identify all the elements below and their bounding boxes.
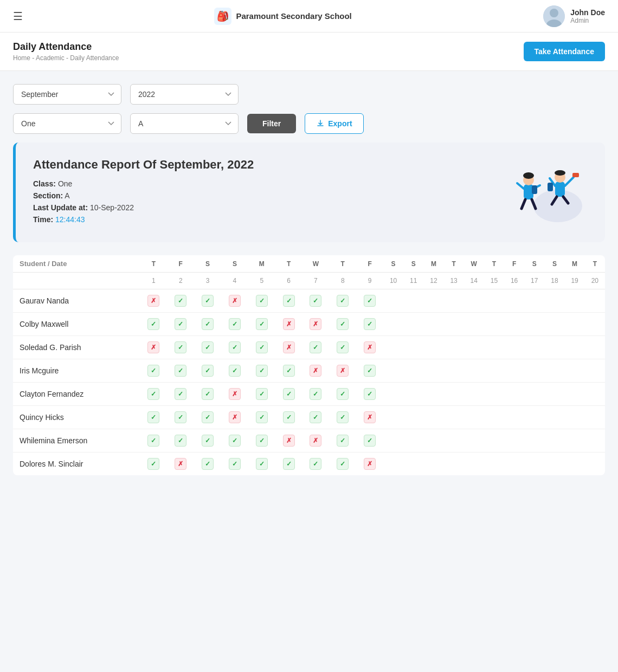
attendance-cell: ✓ bbox=[140, 453, 168, 476]
attendance-cell bbox=[383, 289, 403, 313]
date-header-2: 3 bbox=[194, 273, 221, 289]
class-select[interactable]: One TwoThreeFourFive bbox=[13, 113, 121, 134]
filter-row-1: September JanuaryFebruaryMarch AprilMayJ… bbox=[13, 84, 605, 105]
attendance-cell bbox=[403, 336, 423, 359]
present-badge: ✓ bbox=[337, 295, 349, 307]
present-badge: ✓ bbox=[283, 411, 295, 423]
header-date-row: 1234567891011121314151617181920 bbox=[13, 273, 605, 289]
present-badge: ✓ bbox=[175, 435, 186, 447]
attendance-cell bbox=[444, 359, 464, 383]
svg-point-20 bbox=[555, 170, 565, 176]
attendance-cell: ✓ bbox=[329, 289, 356, 313]
attendance-cell bbox=[585, 406, 605, 429]
present-badge: ✓ bbox=[337, 318, 349, 330]
attendance-cell bbox=[504, 453, 524, 476]
attendance-cell bbox=[423, 313, 443, 336]
day-header-0: T bbox=[140, 255, 168, 273]
attendance-cell: ✓ bbox=[329, 429, 356, 453]
date-header-14: 15 bbox=[484, 273, 504, 289]
day-header-19: T bbox=[585, 255, 605, 273]
attendance-cell bbox=[565, 336, 585, 359]
student-name-2: Soledad G. Parish bbox=[13, 336, 140, 359]
attendance-cell bbox=[585, 359, 605, 383]
attendance-cell bbox=[565, 453, 585, 476]
attendance-cell bbox=[544, 359, 564, 383]
user-role: Admin bbox=[570, 17, 605, 24]
school-icon: 🎒 bbox=[214, 8, 231, 25]
year-select[interactable]: 2022 202020212023 bbox=[130, 84, 239, 105]
present-badge: ✓ bbox=[364, 388, 376, 400]
attendance-cell: ✓ bbox=[194, 313, 221, 336]
filter-button[interactable]: Filter bbox=[247, 114, 296, 133]
present-badge: ✓ bbox=[364, 365, 376, 377]
absent-badge: ✗ bbox=[147, 295, 159, 307]
attendance-cell bbox=[383, 313, 403, 336]
attendance-cell bbox=[565, 406, 585, 429]
date-header-1: 2 bbox=[167, 273, 194, 289]
attendance-cell: ✓ bbox=[140, 359, 168, 383]
attendance-cell bbox=[444, 313, 464, 336]
attendance-cell bbox=[423, 429, 443, 453]
attendance-cell: ✓ bbox=[275, 406, 302, 429]
attendance-cell bbox=[585, 289, 605, 313]
export-button[interactable]: Export bbox=[305, 113, 363, 134]
attendance-cell: ✓ bbox=[275, 359, 302, 383]
attendance-cell bbox=[484, 313, 504, 336]
report-info: Attendance Report Of September, 2022 Cla… bbox=[33, 158, 254, 227]
attendance-cell: ✗ bbox=[275, 429, 302, 453]
attendance-cell: ✓ bbox=[356, 359, 383, 383]
present-badge: ✓ bbox=[256, 365, 268, 377]
date-header-18: 19 bbox=[565, 273, 585, 289]
attendance-cell bbox=[464, 359, 484, 383]
date-header-13: 14 bbox=[464, 273, 484, 289]
attendance-cell bbox=[544, 383, 564, 406]
present-badge: ✓ bbox=[147, 458, 159, 470]
attendance-cell bbox=[423, 406, 443, 429]
filter-row-2: One TwoThreeFourFive A BCD Filter Export bbox=[13, 113, 605, 134]
attendance-cell bbox=[544, 453, 564, 476]
attendance-cell bbox=[383, 359, 403, 383]
day-header-17: S bbox=[544, 255, 564, 273]
attendance-cell: ✓ bbox=[194, 289, 221, 313]
attendance-cell: ✓ bbox=[221, 453, 248, 476]
attendance-cell: ✓ bbox=[194, 359, 221, 383]
day-header-7: T bbox=[329, 255, 356, 273]
attendance-table: Student / Date TFSSMTWTFSSMTWTFSSMT 1234… bbox=[13, 255, 605, 475]
present-badge: ✓ bbox=[310, 458, 321, 470]
user-info: John Doe Admin bbox=[570, 8, 605, 24]
present-badge: ✓ bbox=[229, 365, 241, 377]
take-attendance-button[interactable]: Take Attendance bbox=[524, 42, 605, 61]
day-header-6: W bbox=[302, 255, 330, 273]
main-content: September JanuaryFebruaryMarch AprilMayJ… bbox=[0, 71, 618, 488]
attendance-cell: ✓ bbox=[302, 336, 330, 359]
present-badge: ✓ bbox=[256, 388, 268, 400]
student-name-7: Dolores M. Sinclair bbox=[13, 453, 140, 476]
absent-badge: ✗ bbox=[283, 435, 295, 447]
attendance-cell bbox=[484, 383, 504, 406]
present-badge: ✓ bbox=[202, 435, 214, 447]
svg-point-1 bbox=[550, 9, 558, 17]
attendance-cell bbox=[544, 406, 564, 429]
student-name-0: Gaurav Nanda bbox=[13, 289, 140, 313]
report-illustration bbox=[501, 160, 588, 225]
attendance-cell: ✗ bbox=[221, 383, 248, 406]
present-badge: ✓ bbox=[229, 458, 241, 470]
present-badge: ✓ bbox=[310, 341, 321, 353]
month-select[interactable]: September JanuaryFebruaryMarch AprilMayJ… bbox=[13, 84, 121, 105]
student-name-4: Clayton Fernandez bbox=[13, 383, 140, 406]
attendance-cell bbox=[383, 336, 403, 359]
attendance-cell: ✓ bbox=[221, 336, 248, 359]
date-header-16: 17 bbox=[524, 273, 544, 289]
attendance-cell bbox=[565, 429, 585, 453]
present-badge: ✓ bbox=[283, 458, 295, 470]
present-badge: ✓ bbox=[147, 411, 159, 423]
attendance-cell bbox=[464, 429, 484, 453]
attendance-cell: ✓ bbox=[194, 406, 221, 429]
attendance-cell bbox=[464, 453, 484, 476]
attendance-cell: ✓ bbox=[248, 429, 275, 453]
present-badge: ✓ bbox=[229, 435, 241, 447]
present-badge: ✓ bbox=[256, 295, 268, 307]
menu-icon[interactable]: ☰ bbox=[13, 10, 23, 23]
section-select[interactable]: A BCD bbox=[130, 113, 239, 134]
attendance-cell bbox=[383, 429, 403, 453]
